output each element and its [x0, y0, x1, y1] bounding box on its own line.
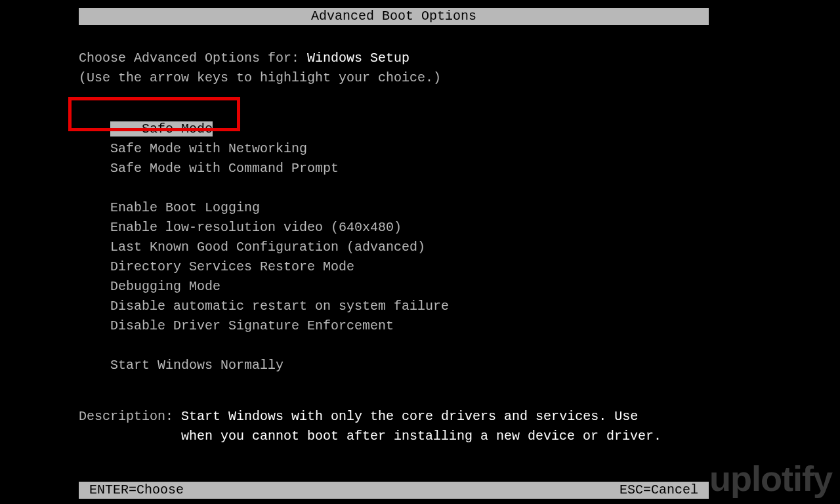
prompt-prefix: Choose Advanced Options for:	[79, 51, 307, 66]
option-boot-logging[interactable]: Enable Boot Logging	[110, 198, 709, 218]
option-start-normally[interactable]: Start Windows Normally	[110, 356, 709, 375]
prompt-line-1: Choose Advanced Options for: Windows Set…	[79, 49, 709, 68]
prompt-hint: (Use the arrow keys to highlight your ch…	[79, 68, 709, 88]
option-safe-mode[interactable]: Safe Mode	[110, 119, 213, 139]
title-text: Advanced Boot Options	[311, 9, 476, 24]
group-gap-1	[110, 178, 709, 198]
content-area: Choose Advanced Options for: Windows Set…	[79, 49, 709, 446]
prompt-target: Windows Setup	[307, 51, 410, 66]
description-text-1: Start Windows with only the core drivers…	[181, 409, 638, 424]
option-debugging[interactable]: Debugging Mode	[110, 277, 709, 297]
option-ds-restore[interactable]: Directory Services Restore Mode	[110, 257, 709, 277]
option-last-known-good[interactable]: Last Known Good Configuration (advanced)	[110, 238, 709, 257]
footer-esc-hint: ESC=Cancel	[620, 482, 698, 499]
title-bar: Advanced Boot Options	[79, 8, 709, 25]
option-low-res-video[interactable]: Enable low-resolution video (640x480)	[110, 218, 709, 238]
description-label: Description:	[79, 409, 181, 424]
footer-bar: ENTER=Choose ESC=Cancel	[79, 482, 709, 499]
option-safe-mode-cmd[interactable]: Safe Mode with Command Prompt	[110, 159, 709, 178]
options-list[interactable]: Safe Mode Safe Mode with Networking Safe…	[110, 119, 709, 375]
option-safe-mode-networking[interactable]: Safe Mode with Networking	[110, 139, 709, 159]
option-disable-driver-sig[interactable]: Disable Driver Signature Enforcement	[110, 316, 709, 336]
description-text-2: when you cannot boot after installing a …	[181, 427, 709, 446]
option-disable-auto-restart[interactable]: Disable automatic restart on system fail…	[110, 297, 709, 316]
footer-enter-hint: ENTER=Choose	[89, 482, 184, 499]
watermark: uplotify	[709, 458, 832, 499]
description-line-1: Description: Start Windows with only the…	[79, 407, 709, 427]
group-gap-2	[110, 336, 709, 356]
description-block: Description: Start Windows with only the…	[79, 407, 709, 446]
